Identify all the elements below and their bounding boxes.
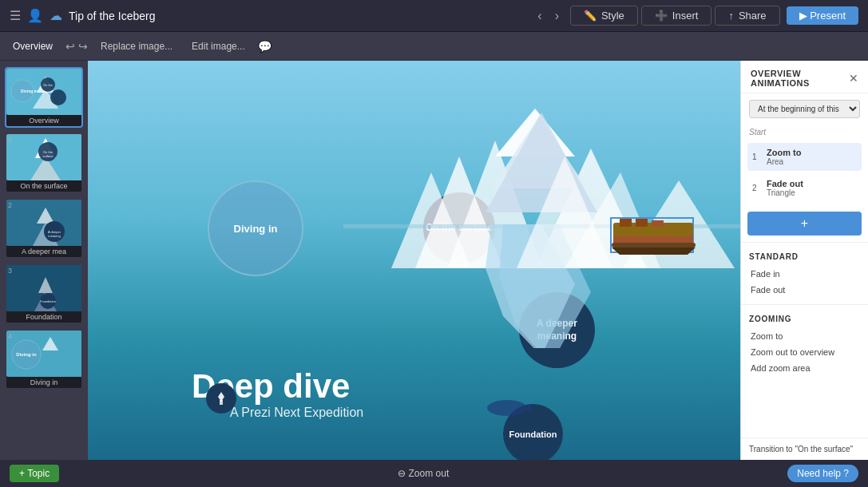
svg-rect-56 (220, 400, 223, 405)
ship[interactable] (610, 217, 694, 253)
add-zoom-area-item[interactable]: Add zoom area (749, 360, 860, 376)
redo-btn[interactable]: ↪ (78, 40, 88, 53)
svg-text:Diving in: Diving in (16, 352, 37, 357)
transition-label: Transition to "On the surface" (749, 445, 860, 453)
ship-svg (612, 219, 696, 255)
slide-thumb-2[interactable]: 3 A deeper meaning 2 A deeper mea (5, 198, 83, 259)
edit-image-btn[interactable]: Edit image... (185, 39, 252, 53)
insert-btn[interactable]: ➕ Insert (641, 6, 712, 26)
canvas-area[interactable]: Diving in On the surface A deeper meanin… (88, 61, 740, 460)
animation-item-2[interactable]: 2 Fade out Triangle (747, 174, 862, 202)
add-animation-btn[interactable]: + (747, 212, 862, 236)
bottom-bar: + Topic ⊖ Zoom out Need help ? (0, 460, 868, 487)
logo-badge (206, 383, 236, 414)
slide-num-4: 4 (8, 332, 12, 340)
slide-label-overview: Overview (6, 115, 81, 126)
divider-1 (741, 242, 868, 243)
second-bar: Overview ↩ ↪ Replace image... Edit image… (0, 32, 868, 61)
right-panel: OVERVIEW ANIMATIONS ✕ At the beginning o… (740, 61, 868, 460)
slide-num-1: 1 (8, 136, 12, 144)
panel-header: OVERVIEW ANIMATIONS ✕ (741, 61, 868, 93)
need-help-btn[interactable]: Need help ? (787, 465, 858, 482)
slide-thumb-4[interactable]: Diving in 4 Diving in (5, 329, 83, 390)
slide-thumb-1[interactable]: 4 On the surface 1 On the surface (5, 133, 83, 193)
deep-dive-subtitle: A Prezi Next Expedition (230, 406, 363, 420)
user-icon: 👤 (27, 8, 43, 23)
panel-title: OVERVIEW ANIMATIONS (751, 69, 849, 88)
standard-section: STANDARD Fade in Fade out (741, 246, 868, 301)
svg-text:Diving in: Diving in (21, 89, 38, 93)
zooming-section: ZOOMING Zoom to Zoom out to overview Add… (741, 308, 868, 379)
logo-icon (212, 389, 231, 408)
undo-btn[interactable]: ↩ (65, 40, 75, 53)
slide-thumb-overview[interactable]: Diving in On the Overview (5, 67, 83, 128)
overview-label: Overview (6, 41, 59, 52)
slide-num-3: 3 (8, 267, 12, 275)
anim-sub-1: Area (767, 157, 857, 166)
svg-rect-45 (652, 220, 664, 227)
anim-num-2: 2 (752, 184, 762, 192)
undo-redo: ↩ ↪ (65, 40, 88, 53)
svg-text:meaning: meaning (48, 234, 60, 238)
comment-icon[interactable]: 💬 (258, 40, 271, 53)
slide-label-1: On the surface (6, 180, 81, 192)
sidebar: Diving in On the Overview 4 On the surfa… (0, 61, 88, 460)
animation-item-1[interactable]: 1 Zoom to Area (747, 143, 862, 171)
anim-details-2: Fade out Triangle (767, 179, 857, 197)
zooming-section-title: ZOOMING (749, 315, 860, 323)
animation-list: 1 Zoom to Area 2 Fade out Triangle (741, 140, 868, 208)
anim-num-1: 1 (752, 152, 762, 161)
present-btn[interactable]: ▶ Present (787, 6, 858, 25)
replace-image-btn[interactable]: Replace image... (94, 39, 179, 53)
anim-details-1: Zoom to Area (767, 148, 857, 166)
cloud-icon: ☁ (50, 8, 62, 23)
style-btn[interactable]: ✏️ Style (570, 6, 638, 26)
standard-section-title: STANDARD (749, 252, 860, 261)
start-label: Start (741, 125, 868, 140)
slide-label-4: Diving in (6, 377, 81, 388)
app-title: Tip of the Iceberg (69, 10, 526, 22)
top-bar: ☰ 👤 ☁ Tip of the Iceberg ‹ › ✏️ Style ➕ … (0, 0, 868, 32)
insert-icon: ➕ (655, 10, 668, 22)
svg-marker-48 (612, 247, 696, 255)
zoom-out-overview-item[interactable]: Zoom out to overview (749, 344, 860, 360)
menu-icon[interactable]: ☰ (10, 8, 21, 23)
svg-rect-43 (620, 219, 632, 227)
nav-arrows: ‹ › (533, 7, 564, 25)
svg-text:On the: On the (43, 83, 54, 87)
share-icon: ↑ (728, 10, 734, 22)
svg-point-7 (50, 89, 66, 105)
svg-rect-44 (636, 219, 648, 227)
slide-thumb-3[interactable]: Foundation 3 Foundation (5, 263, 83, 324)
canvas-background: Diving in On the surface A deeper meanin… (88, 61, 740, 460)
top-nav-buttons: ✏️ Style ➕ Insert ↑ Share (570, 6, 780, 26)
fade-out-item[interactable]: Fade out (749, 282, 860, 298)
slide-label-2: A deeper mea (6, 246, 81, 257)
diving-in-circle[interactable]: Diving in (208, 180, 303, 276)
svg-text:surface: surface (42, 154, 54, 158)
share-btn[interactable]: ↑ Share (715, 6, 779, 26)
panel-footer: Transition to "On the surface" (741, 438, 868, 460)
nav-forward-btn[interactable]: › (550, 7, 564, 25)
panel-close-btn[interactable]: ✕ (849, 72, 858, 85)
divider-2 (741, 304, 868, 305)
slide-num-2: 2 (8, 201, 12, 209)
fade-in-item[interactable]: Fade in (749, 266, 860, 282)
svg-rect-47 (612, 243, 696, 247)
style-icon: ✏️ (584, 10, 597, 22)
anim-sub-2: Triangle (767, 188, 857, 197)
zoom-out-btn[interactable]: ⊖ Zoom out (398, 468, 449, 479)
zoom-to-item[interactable]: Zoom to (749, 328, 860, 344)
svg-point-49 (487, 400, 527, 416)
animation-timing-dropdown[interactable]: At the beginning of this prezi (749, 100, 860, 118)
add-topic-btn[interactable]: + Topic (10, 465, 59, 482)
slide-label-3: Foundation (6, 311, 81, 323)
whale-svg (483, 396, 531, 420)
anim-name-2: Fade out (767, 179, 857, 188)
nav-back-btn[interactable]: ‹ (533, 7, 546, 25)
main-area: Diving in On the Overview 4 On the surfa… (0, 61, 868, 460)
svg-text:Foundation: Foundation (40, 299, 56, 303)
anim-name-1: Zoom to (767, 148, 857, 157)
